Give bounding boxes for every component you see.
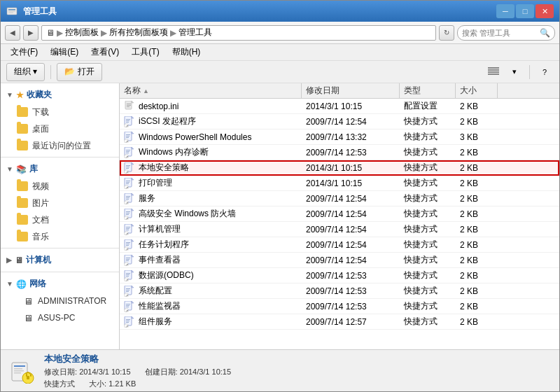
header-date[interactable]: 修改日期: [302, 83, 400, 98]
menu-item[interactable]: 帮助(H): [167, 45, 206, 59]
file-icon: ↗: [124, 193, 135, 204]
cell-type: 配置设置: [400, 99, 456, 113]
shortcut-icon: ↗: [124, 132, 135, 143]
sidebar-item-asuspc[interactable]: 🖥 ASUS-PC: [1, 309, 119, 326]
svg-rect-4: [488, 67, 499, 69]
table-row[interactable]: ↗ 服务 2009/7/14 12:54 快捷方式 2 KB: [120, 191, 559, 206]
shortcut-icon: ↗: [124, 316, 135, 328]
organize-button[interactable]: 组织 ▾: [6, 63, 45, 81]
table-row[interactable]: ↗ 任务计划程序 2009/7/14 12:54 快捷方式 2 KB: [120, 237, 559, 253]
close-button[interactable]: ✕: [536, 4, 554, 18]
cell-type: 快捷方式: [400, 284, 456, 298]
cell-name: ↗ 组件服务: [120, 314, 302, 329]
breadcrumb-allpanels[interactable]: 所有控制面板项: [109, 27, 168, 38]
open-button[interactable]: 📂 打开: [57, 63, 102, 81]
table-row[interactable]: desktop.ini 2014/3/1 10:15 配置设置 2 KB: [120, 99, 559, 114]
minimize-button[interactable]: ─: [496, 4, 514, 18]
table-row[interactable]: ↗ 数据源(ODBC) 2009/7/14 12:53 快捷方式 2 KB: [120, 268, 559, 284]
sidebar-item-music[interactable]: 音乐: [1, 228, 119, 245]
table-row[interactable]: ↗ 本地安全策略 2014/3/1 10:15 快捷方式 2 KB: [120, 160, 559, 176]
svg-rect-57: [126, 211, 130, 212]
svg-rect-80: [126, 260, 129, 261]
table-row[interactable]: ↗ 高级安全 Windows 防火墙 2009/7/14 12:54 快捷方式 …: [120, 206, 559, 222]
file-name: 事件查看器: [139, 254, 181, 266]
menu-item[interactable]: 编辑(E): [45, 45, 84, 59]
table-row[interactable]: ↗ Windows 内存诊断 2009/7/14 12:53 快捷方式 2 KB: [120, 145, 559, 160]
refresh-button[interactable]: ↻: [439, 25, 454, 41]
menu-item[interactable]: 查看(V): [85, 45, 125, 59]
favorites-label: 收藏夹: [27, 89, 52, 101]
table-row[interactable]: ↗ iSCSI 发起程序 2009/7/14 12:54 快捷方式 2 KB: [120, 114, 559, 130]
sidebar-item-administrator[interactable]: 🖥 ADMINISTRATOR: [1, 293, 119, 309]
back-button[interactable]: ◀: [5, 25, 20, 41]
sort-indicator: ▲: [143, 88, 149, 94]
header-name[interactable]: 名称 ▲: [120, 83, 302, 98]
address-path[interactable]: 🖥 ▶ 控制面板 ▶ 所有控制面板项 ▶ 管理工具: [41, 25, 436, 41]
menu-item[interactable]: 工具(T): [126, 45, 164, 59]
svg-rect-45: [126, 183, 129, 184]
sidebar-item-video[interactable]: 视频: [1, 178, 119, 195]
menu-item[interactable]: 文件(F): [5, 45, 43, 59]
cell-size: 2 KB: [456, 206, 498, 221]
table-row[interactable]: ↗ Windows PowerShell Modules 2009/7/14 1…: [120, 130, 559, 145]
search-box[interactable]: 🔍: [457, 25, 555, 41]
sidebar-section-library[interactable]: ▼ 📚 库: [1, 160, 119, 178]
header-type[interactable]: 类型: [400, 83, 456, 98]
cell-type: 快捷方式: [400, 314, 456, 329]
svg-rect-100: [126, 305, 130, 306]
svg-text:↗: ↗: [125, 277, 128, 281]
sidebar-item-documents[interactable]: 文档: [1, 211, 119, 228]
security-policy-icon: [9, 358, 34, 384]
cell-size: 2 KB: [456, 222, 498, 237]
video-label: 视频: [32, 181, 49, 192]
svg-rect-114: [14, 370, 24, 372]
shortcut-icon: ↗: [124, 224, 135, 235]
sidebar-section-network[interactable]: ▼ 🌐 网络: [1, 275, 119, 293]
svg-text:↗: ↗: [125, 262, 128, 266]
svg-rect-71: [126, 242, 130, 243]
shortcut-icon: ↗: [124, 286, 135, 297]
cell-name: ↗ Windows PowerShell Modules: [120, 130, 302, 144]
search-input[interactable]: [462, 29, 537, 37]
svg-text:↗: ↗: [125, 185, 128, 189]
details-view-icon: [488, 67, 499, 77]
sidebar-item-desktop[interactable]: 桌面: [1, 120, 119, 137]
table-row[interactable]: ↗ 性能监视器 2009/7/14 12:53 快捷方式 2 KB: [120, 299, 559, 314]
sidebar-item-pictures[interactable]: 图片: [1, 195, 119, 211]
view-dropdown-button[interactable]: ▾: [505, 64, 524, 80]
cell-size: 2 KB: [456, 176, 498, 190]
sidebar-section-favorites[interactable]: ▼ ★ 收藏夹: [1, 86, 119, 104]
documents-folder-icon: [16, 214, 29, 226]
cell-type: 快捷方式: [400, 114, 456, 129]
svg-rect-37: [126, 167, 130, 167]
status-info: 本地安全策略 修改日期: 2014/3/1 10:15 创建日期: 2014/3…: [44, 353, 231, 389]
cell-name: ↗ 本地安全策略: [120, 160, 302, 175]
cell-size: 2 KB: [456, 253, 498, 267]
svg-text:↗: ↗: [125, 308, 128, 312]
svg-rect-87: [126, 276, 129, 276]
sidebar-item-downloads[interactable]: 下载: [1, 104, 119, 120]
table-row[interactable]: ↗ 计算机管理 2009/7/14 12:54 快捷方式 2 KB: [120, 222, 559, 237]
svg-rect-64: [126, 227, 130, 227]
cell-type: 快捷方式: [400, 206, 456, 221]
sidebar-item-recent[interactable]: 最近访问的位置: [1, 137, 119, 154]
view-details-button[interactable]: [484, 64, 503, 80]
breadcrumb-controlpanel[interactable]: 控制面板: [65, 27, 99, 38]
breadcrumb-admintools[interactable]: 管理工具: [178, 27, 212, 38]
cell-size: 2 KB: [456, 191, 498, 206]
main-content: ▼ ★ 收藏夹 下载 桌面 最近访问的位置 ▼ 📚 库: [1, 83, 559, 349]
table-row[interactable]: ↗ 组件服务 2009/7/14 12:57 快捷方式 2 KB: [120, 314, 559, 330]
svg-rect-78: [126, 258, 130, 258]
forward-button[interactable]: ▶: [23, 25, 38, 41]
header-size[interactable]: 大小: [456, 83, 498, 98]
table-row[interactable]: ↗ 系统配置 2009/7/14 12:53 快捷方式 2 KB: [120, 284, 559, 299]
maximize-button[interactable]: □: [516, 4, 534, 18]
sidebar-section-computer[interactable]: ▶ 🖥 计算机: [1, 251, 119, 269]
file-icon: ↗: [124, 132, 135, 143]
cell-size: 2 KB: [456, 268, 498, 283]
table-row[interactable]: ↗ 打印管理 2014/3/1 10:15 快捷方式 2 KB: [120, 176, 559, 191]
help-button[interactable]: ?: [536, 64, 554, 80]
svg-rect-23: [126, 136, 130, 136]
table-row[interactable]: ↗ 事件查看器 2009/7/14 12:54 快捷方式 2 KB: [120, 253, 559, 268]
status-item-name: 本地安全策略: [44, 353, 231, 365]
